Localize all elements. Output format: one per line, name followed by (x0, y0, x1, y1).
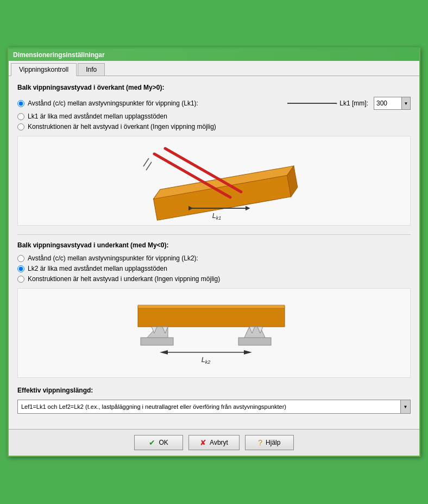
lk1-input-wrapper: ▼ (374, 97, 411, 110)
bottom-section: Balk vippningsavstyvad i underkant (med … (17, 241, 411, 283)
top-section-title: Balk vippningsavstyvad i överkant (med M… (17, 84, 411, 91)
svg-marker-21 (160, 350, 168, 354)
svg-rect-13 (141, 338, 173, 345)
effektiv-dropdown-value: Lef1=Lk1 och Lef2=Lk2 (t.ex., lastpålägg… (18, 402, 400, 412)
effektiv-section: Effektiv vippningslängd: Lef1=Lk1 och Le… (17, 387, 411, 414)
radio-lk2-full: Konstruktionen är helt avstyvad i underk… (17, 275, 411, 283)
lk1-dropdown-btn[interactable]: ▼ (401, 97, 410, 109)
radio-lk2-equal: Lk2 är lika med avståndet mellan upplags… (17, 265, 411, 272)
svg-rect-10 (138, 306, 285, 327)
effektiv-label: Effektiv vippningslängd: (17, 387, 411, 394)
svg-line-9 (143, 158, 149, 166)
radio-lk1-full: Konstruktionen är helt avstyvad i överka… (17, 123, 411, 130)
svg-text:Lk1: Lk1 (212, 211, 222, 221)
radio-lk2-distance-input[interactable] (17, 255, 24, 262)
button-bar: ✔ OK ✘ Avbryt ? Hjälp (9, 429, 419, 456)
svg-rect-17 (238, 338, 271, 345)
cancel-label: Avbryt (210, 439, 228, 446)
svg-line-8 (146, 162, 152, 170)
ok-label: OK (159, 439, 168, 446)
section-divider (17, 234, 411, 235)
radio-lk1-input[interactable] (17, 100, 24, 107)
help-label: Hjälp (266, 439, 280, 446)
radio-lk1-label: Avstånd (c/c) mellan avstyvningspunkter … (28, 99, 198, 107)
radio-lk1-left: Avstånd (c/c) mellan avstyvningspunkter … (17, 99, 198, 107)
svg-text:Lk2: Lk2 (202, 356, 211, 365)
lk1-label: Lk1 [mm]: (339, 99, 368, 107)
main-window: Dimensioneringsinställningar Vippningsko… (8, 47, 420, 457)
tab-bar: Vippningskontroll Info (9, 61, 419, 76)
main-content: Balk vippningsavstyvad i överkant (med M… (9, 76, 419, 421)
ok-button[interactable]: ✔ OK (134, 435, 183, 450)
tab-info-label: Info (86, 66, 97, 73)
effektiv-dropdown-btn[interactable]: ▼ (400, 400, 410, 413)
svg-rect-11 (138, 305, 285, 308)
window-title: Dimensioneringsinställningar (13, 51, 105, 59)
help-button[interactable]: ? Hjälp (245, 435, 294, 450)
radio-lk2-distance: Avstånd (c/c) mellan avstyvningspunkter … (17, 254, 411, 262)
radio-lk1-equal-label: Lk1 är lika med avståndet mellan upplags… (28, 113, 167, 120)
top-diagram-svg: Lk1 (122, 138, 306, 225)
radio-lk1-equal-input[interactable] (17, 113, 24, 120)
tab-vippningskontroll-label: Vippningskontroll (19, 66, 68, 73)
cancel-button[interactable]: ✘ Avbryt (188, 435, 240, 450)
svg-marker-22 (244, 350, 252, 354)
tab-vippningskontroll[interactable]: Vippningskontroll (11, 63, 77, 76)
radio-lk1-full-input[interactable] (17, 123, 24, 130)
radio-lk2-distance-label: Avstånd (c/c) mellan avstyvningspunkter … (28, 254, 198, 262)
radio-lk1-full-label: Konstruktionen är helt avstyvad i överka… (28, 123, 216, 130)
radio-lk1-row: Avstånd (c/c) mellan avstyvningspunkter … (17, 97, 411, 110)
bottom-diagram: Lk2 (17, 288, 411, 378)
effektiv-dropdown[interactable]: Lef1=Lk1 och Lef2=Lk2 (t.ex., lastpålägg… (17, 400, 411, 414)
radio-lk2-equal-label: Lk2 är lika med avståndet mellan upplags… (28, 265, 167, 272)
lk1-value-input[interactable] (374, 99, 401, 108)
radio-lk2-equal-input[interactable] (17, 265, 24, 272)
lk1-right: → Lk1 [mm]: ▼ (287, 97, 411, 110)
tab-info[interactable]: Info (78, 63, 105, 76)
ok-icon: ✔ (149, 438, 155, 447)
title-bar: Dimensioneringsinställningar (9, 49, 419, 61)
top-section: Balk vippningsavstyvad i överkant (med M… (17, 84, 411, 130)
radio-lk2-full-label: Konstruktionen är helt avstyvad i underk… (28, 275, 220, 283)
help-icon: ? (258, 438, 262, 447)
bottom-section-title: Balk vippningsavstyvad i underkant (med … (17, 241, 411, 249)
radio-lk1-equal: Lk1 är lika med avståndet mellan upplags… (17, 113, 411, 120)
radio-lk2-full-input[interactable] (17, 276, 24, 283)
top-diagram: Lk1 (17, 136, 411, 226)
bottom-diagram-svg: Lk2 (116, 290, 312, 377)
cancel-icon: ✘ (200, 438, 206, 447)
lk1-arrow: → (287, 103, 336, 104)
